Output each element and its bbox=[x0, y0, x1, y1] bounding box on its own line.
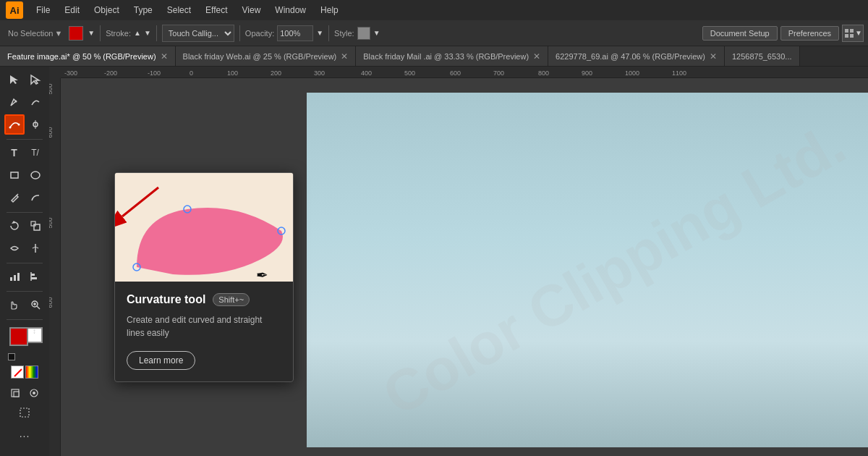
text-tool-2[interactable]: T/ bbox=[25, 143, 46, 163]
tab-black-friday-mail[interactable]: Black friday Mail .ai @ 33.33 % (RGB/Pre… bbox=[356, 46, 548, 66]
pencil-tool[interactable] bbox=[4, 187, 25, 208]
stroke-up[interactable]: ▲ bbox=[134, 29, 141, 37]
tab-close-3[interactable]: ✕ bbox=[710, 51, 717, 62]
ellipse-tool[interactable] bbox=[25, 165, 46, 185]
width-tool[interactable] bbox=[25, 238, 46, 258]
chart-tool[interactable] bbox=[4, 266, 25, 287]
arrange-button[interactable]: ▼ bbox=[842, 25, 864, 42]
gradient-swatch[interactable] bbox=[25, 366, 38, 379]
scale-tool[interactable] bbox=[25, 216, 46, 236]
more-tools: ··· bbox=[14, 426, 35, 446]
zoom-tools bbox=[4, 295, 46, 315]
svg-text:300: 300 bbox=[314, 69, 325, 77]
menu-help[interactable]: Help bbox=[315, 4, 344, 17]
style-label: Style: bbox=[334, 29, 354, 38]
ruler-corner bbox=[49, 67, 61, 78]
menu-select[interactable]: Select bbox=[161, 4, 197, 17]
svg-text:1000: 1000 bbox=[625, 69, 639, 77]
svg-rect-2 bbox=[845, 34, 848, 38]
svg-line-56 bbox=[122, 187, 158, 216]
hand-tool[interactable] bbox=[4, 295, 25, 315]
svg-text:500: 500 bbox=[404, 69, 415, 77]
tab-feature-image[interactable]: Feature image.ai* @ 50 % (RGB/Preview) ✕ bbox=[0, 46, 176, 66]
svg-text:900: 900 bbox=[582, 69, 592, 77]
artboard-tool[interactable] bbox=[17, 405, 33, 421]
foreground-swatch[interactable] bbox=[9, 327, 28, 346]
selection-tool[interactable] bbox=[4, 69, 25, 90]
tooltip-title: Curvature tool bbox=[127, 293, 205, 306]
svg-rect-30 bbox=[20, 408, 29, 417]
menu-view[interactable]: View bbox=[237, 4, 267, 17]
rotate-tools bbox=[4, 216, 46, 236]
learn-more-button[interactable]: Learn more bbox=[127, 351, 195, 370]
svg-point-10 bbox=[31, 172, 40, 179]
svg-rect-13 bbox=[31, 221, 35, 226]
menu-edit[interactable]: Edit bbox=[59, 4, 85, 17]
opacity-dropdown-arrow[interactable]: ▼ bbox=[316, 29, 323, 37]
style-swatch[interactable] bbox=[357, 27, 370, 40]
menu-file[interactable]: File bbox=[30, 4, 56, 17]
menu-type[interactable]: Type bbox=[128, 4, 158, 17]
artboard: Color Clipping Ltd. bbox=[307, 93, 868, 447]
text-tool[interactable]: T bbox=[4, 143, 25, 163]
svg-rect-1 bbox=[850, 29, 854, 33]
rotate-tool[interactable] bbox=[4, 216, 25, 236]
default-colors[interactable] bbox=[8, 353, 15, 360]
preferences-button[interactable]: Preferences bbox=[780, 26, 839, 41]
fill-swatch[interactable] bbox=[69, 26, 83, 41]
opacity-label: Opacity: bbox=[245, 29, 274, 38]
select-tools bbox=[4, 69, 46, 90]
tab-close-1[interactable]: ✕ bbox=[341, 51, 348, 62]
pencil-tools bbox=[4, 187, 46, 208]
canvas-container: -300 -200 -100 0 100 200 300 400 500 600… bbox=[49, 67, 868, 456]
opacity-input[interactable] bbox=[277, 25, 313, 41]
tab-6229778[interactable]: 6229778_69.ai @ 47.06 % (RGB/Preview) ✕ bbox=[548, 46, 725, 66]
smooth-tool[interactable] bbox=[25, 187, 46, 208]
svg-rect-27 bbox=[14, 392, 19, 397]
zoom-tool[interactable] bbox=[25, 295, 46, 315]
curvature-tool[interactable] bbox=[4, 114, 25, 135]
extra-tools bbox=[17, 405, 33, 421]
direct-select-tool[interactable] bbox=[25, 69, 46, 90]
ruler-ticks: -300 -200 -100 0 100 200 300 400 500 600… bbox=[61, 67, 868, 78]
svg-text:200: 200 bbox=[271, 69, 281, 77]
menu-object[interactable]: Object bbox=[88, 4, 125, 17]
svg-point-29 bbox=[33, 392, 35, 394]
brush-select[interactable]: Touch Callig... bbox=[162, 25, 234, 42]
tab-black-friday-web[interactable]: Black friday Web.ai @ 25 % (RGB/Preview)… bbox=[176, 46, 357, 66]
none-fill-swatch[interactable] bbox=[11, 366, 24, 379]
stroke-label: Stroke: bbox=[106, 29, 131, 38]
separator-1 bbox=[7, 139, 43, 140]
svg-rect-18 bbox=[17, 273, 20, 281]
svg-rect-3 bbox=[850, 34, 854, 38]
tooltip-title-row: Curvature tool Shift+~ bbox=[127, 293, 281, 306]
tooltip-description: Create and edit curved and straight line… bbox=[127, 313, 281, 339]
svg-text:600: 600 bbox=[450, 69, 461, 77]
ruler-vertical: 500 600 500 600 bbox=[49, 78, 61, 456]
warp-tools bbox=[4, 238, 46, 258]
pen-tool[interactable] bbox=[4, 92, 25, 112]
anchor-tool[interactable] bbox=[25, 114, 46, 135]
style-dropdown-arrow[interactable]: ▼ bbox=[373, 29, 380, 37]
tab-1256875[interactable]: 1256875_6530... bbox=[725, 46, 800, 66]
curvature-tools bbox=[4, 114, 46, 135]
layer-down[interactable] bbox=[26, 385, 42, 401]
rectangle-tool[interactable] bbox=[4, 165, 25, 185]
swap-colors[interactable]: ↕ bbox=[33, 327, 41, 336]
tab-close-0[interactable]: ✕ bbox=[161, 51, 168, 62]
svg-text:800: 800 bbox=[538, 69, 549, 77]
svg-text:✒: ✒ bbox=[256, 267, 268, 282]
warp-tool[interactable] bbox=[4, 238, 25, 258]
document-setup-button[interactable]: Document Setup bbox=[702, 26, 778, 41]
menu-window[interactable]: Window bbox=[269, 4, 312, 17]
svg-line-23 bbox=[37, 306, 40, 309]
menu-effect[interactable]: Effect bbox=[200, 4, 233, 17]
stroke-down[interactable]: ▼ bbox=[144, 29, 151, 37]
freeform-pen[interactable] bbox=[25, 92, 46, 112]
graph-tools bbox=[4, 266, 46, 287]
tab-close-2[interactable]: ✕ bbox=[533, 51, 540, 62]
svg-text:500: 500 bbox=[49, 217, 54, 228]
bar-tool[interactable] bbox=[25, 266, 46, 287]
layer-up[interactable] bbox=[7, 385, 23, 401]
more-button[interactable]: ··· bbox=[14, 426, 35, 446]
